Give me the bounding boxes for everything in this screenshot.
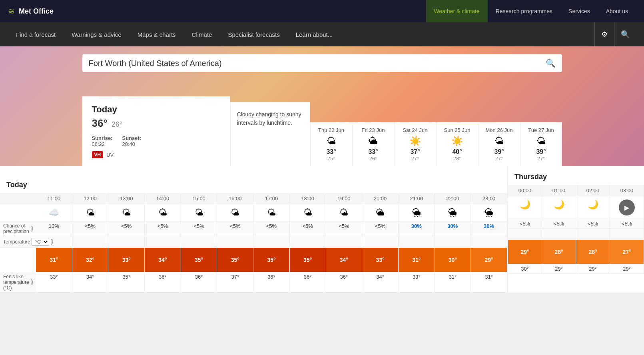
location-search-input[interactable] xyxy=(89,59,546,68)
temp-bar-cell: 33° xyxy=(108,248,145,272)
right-temp-label-cell xyxy=(576,229,610,239)
temp-bar-cell: 35° xyxy=(290,248,326,272)
settings-button[interactable]: ⚙ xyxy=(594,22,614,46)
time-cell: 16:00 xyxy=(217,193,253,204)
temp-label-cell xyxy=(362,236,399,247)
weather-icon-cell: ☁️ xyxy=(36,204,72,221)
right-feels-cell: 30° xyxy=(508,264,542,273)
right-precip-cell: <5% xyxy=(610,219,644,228)
weather-icon-cell: 🌦 xyxy=(435,204,471,221)
nav-weather-climate[interactable]: Weather & climate xyxy=(426,0,488,22)
time-cell: 11:00 xyxy=(36,193,72,204)
time-cell: 12:00 xyxy=(72,193,109,204)
temp-label-cell xyxy=(36,236,72,247)
subnav-learn-about[interactable]: Learn about... xyxy=(288,22,341,46)
right-weather-icon-cell: 🌙 xyxy=(508,196,542,219)
feels-cell: 34° xyxy=(72,272,109,292)
today-description-text: Cloudy changing to sunny intervals by lu… xyxy=(237,110,304,127)
right-precip-cell: <5% xyxy=(508,219,542,228)
precip-info-icon[interactable]: i xyxy=(31,226,33,231)
search-bar: 🔍 xyxy=(82,54,562,72)
sub-navigation: Find a forecast Warnings & advice Maps &… xyxy=(0,22,644,46)
logo-area[interactable]: ≋ Met Office xyxy=(8,6,54,16)
temp-label-cell xyxy=(399,236,435,247)
next-arrow-button[interactable]: ▶ xyxy=(619,199,635,215)
right-feels-cell: 29° xyxy=(610,264,644,273)
today-high-temp: 36° xyxy=(92,117,108,130)
subnav-warnings-advice[interactable]: Warnings & advice xyxy=(64,22,130,46)
top-nav-links: Weather & climate Research programmes Se… xyxy=(426,0,636,22)
temp-header-row: Temperature °C °F i xyxy=(0,236,507,248)
right-time-cell: 00:00 xyxy=(508,185,542,196)
precip-cell: 30% xyxy=(399,221,435,236)
feels-cell: 31° xyxy=(435,272,471,292)
feels-cell: 36° xyxy=(290,272,326,292)
weather-icon-cell: 🌤 xyxy=(108,204,145,221)
precip-cells: 10%<5%<5%<5%<5%<5%<5%<5%<5%<5%30%30%30% xyxy=(36,221,507,236)
uv-label: UV xyxy=(106,152,114,158)
temp-bar-cell: 34° xyxy=(326,248,363,272)
temp-bar-cell: 30° xyxy=(435,248,471,272)
right-feels-row: 30°29°29°29° xyxy=(508,264,644,274)
right-temp-label-cell xyxy=(542,229,576,239)
temp-label-cell xyxy=(72,236,109,247)
feels-cell: 35° xyxy=(108,272,145,292)
temp-label-cell xyxy=(253,236,290,247)
right-precip-cell: <5% xyxy=(542,219,576,228)
subnav-climate[interactable]: Climate xyxy=(184,22,220,46)
time-cell: 22:00 xyxy=(435,193,471,204)
weather-icon-cell: 🌤 xyxy=(181,204,217,221)
feels-cell: 36° xyxy=(253,272,290,292)
right-time-cells: 00:0001:0002:0003:00 xyxy=(508,185,644,196)
nav-services[interactable]: Services xyxy=(560,0,598,22)
right-feels-cell: 29° xyxy=(576,264,610,273)
today-description-panel: Cloudy changing to sunny intervals by lu… xyxy=(230,102,310,166)
precip-cell: 10% xyxy=(36,221,72,236)
feels-info-icon[interactable]: i xyxy=(31,279,33,285)
time-cell: 15:00 xyxy=(181,193,217,204)
sunset-value: 20:40 xyxy=(122,141,136,147)
right-temp-label-cell xyxy=(508,229,542,239)
sunrise-value: 06:22 xyxy=(92,141,105,147)
nav-research-programmes[interactable]: Research programmes xyxy=(488,0,560,22)
thursday-section-title: Thursday xyxy=(508,166,644,185)
weather-icon-cell: 🌤 xyxy=(290,204,326,221)
daily-tue[interactable]: Tue 27 Jun 🌤 39° 27° xyxy=(520,122,562,166)
search-button[interactable]: 🔍 xyxy=(614,22,636,46)
daily-mon[interactable]: Mon 26 Jun 🌤 39° 27° xyxy=(478,122,520,166)
right-precip-cell: <5% xyxy=(576,219,610,228)
time-cell: 14:00 xyxy=(145,193,181,204)
search-icon[interactable]: 🔍 xyxy=(546,58,556,68)
precip-cell: <5% xyxy=(362,221,399,236)
temp-label-cell xyxy=(290,236,326,247)
time-cell: 13:00 xyxy=(108,193,145,204)
daily-fri[interactable]: Fri 23 Jun 🌥 33° 26° xyxy=(352,122,394,166)
nav-about-us[interactable]: About us xyxy=(598,0,636,22)
precip-label-cell: Chance of precipitation i xyxy=(0,221,36,236)
right-temp-label-cells xyxy=(508,229,644,239)
daily-thu[interactable]: Thu 22 Jun 🌤 33° 25° xyxy=(310,122,352,166)
temp-label-cell xyxy=(435,236,471,247)
subnav-specialist-forecasts[interactable]: Specialist forecasts xyxy=(220,22,287,46)
weather-icon-cell: 🌤 xyxy=(72,204,109,221)
daily-sat[interactable]: Sat 24 Jun ☀️ 37° 27° xyxy=(394,122,436,166)
subnav-find-forecast[interactable]: Find a forecast xyxy=(8,22,64,46)
time-cell: 19:00 xyxy=(326,193,363,204)
thursday-hourly-panel: Thursday 00:0001:0002:0003:00 🌙🌙🌙▶ <5%<5… xyxy=(508,166,644,293)
right-temp-label-cell xyxy=(610,229,644,239)
hourly-scroll[interactable]: 11:0012:0013:0014:0015:0016:0017:0018:00… xyxy=(0,193,507,293)
daily-sun[interactable]: Sun 25 Jun ☀️ 40° 28° xyxy=(436,122,478,166)
right-feels-cells: 30°29°29°29° xyxy=(508,264,644,273)
precip-cell: <5% xyxy=(290,221,326,236)
feels-cell: 36° xyxy=(181,272,217,292)
right-precip-row: <5%<5%<5%<5% xyxy=(508,219,644,229)
daily-forecast-row: Thu 22 Jun 🌤 33° 25° Fri 23 Jun 🌥 33° 26… xyxy=(310,122,562,166)
subnav-maps-charts[interactable]: Maps & charts xyxy=(130,22,184,46)
right-temp-bars-row: 29°28°28°27° xyxy=(508,240,644,264)
temp-label-cell xyxy=(108,236,145,247)
right-temp-bar-cell: 28° xyxy=(576,240,610,264)
right-time-cell: 01:00 xyxy=(542,185,576,196)
icons-row: ☁️🌤🌤🌤🌤🌤🌤🌤🌤🌥🌦🌦🌦 xyxy=(0,204,507,221)
thu-weather-icon: 🌤 xyxy=(314,136,349,147)
right-weather-icon-cell: 🌙 xyxy=(542,196,576,219)
